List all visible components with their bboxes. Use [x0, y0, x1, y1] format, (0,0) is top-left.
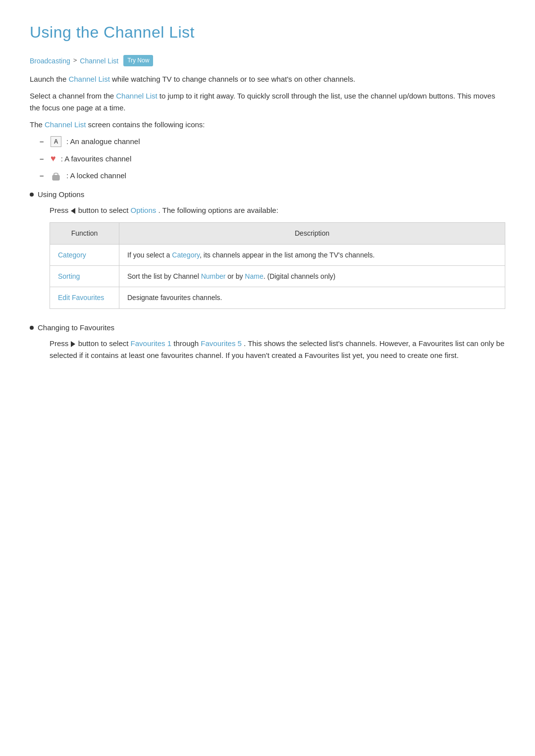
sorting-link[interactable]: Sorting: [58, 272, 80, 280]
icons-list: – A : An analogue channel – ♥ : A favour…: [40, 136, 505, 182]
table-row-category: Category If you select a Category, its c…: [50, 244, 505, 265]
table-row-edit-favourites: Edit Favourites Designate favourites cha…: [50, 287, 505, 308]
svg-rect-0: [53, 175, 59, 180]
fav-press: Press: [50, 339, 71, 348]
dash-1: –: [40, 136, 46, 148]
options-button-text: button to select: [78, 206, 131, 214]
table-cell-category-desc: If you select a Category, its channels a…: [119, 244, 505, 265]
icon-item-heart: – ♥ : A favourites channel: [40, 151, 505, 166]
bullet-item-favourites: Changing to Favourites Press button to s…: [30, 322, 505, 361]
number-link[interactable]: Number: [201, 272, 226, 280]
sorting-desc-middle: or by: [225, 272, 245, 280]
table-header-row: Function Description: [50, 223, 505, 244]
edit-favourites-link[interactable]: Edit Favourites: [58, 294, 104, 302]
sorting-desc-before: Sort the list by Channel: [127, 272, 201, 280]
category-desc-before: If you select a: [127, 251, 172, 259]
breadcrumb-channel-list[interactable]: Channel List: [80, 55, 118, 66]
breadcrumb-separator: >: [73, 55, 77, 66]
intro-paragraph-2: Select a channel from the Channel List t…: [30, 90, 505, 114]
options-description: Press button to select Options . The fol…: [50, 204, 505, 216]
table-cell-sorting-desc: Sort the list by Channel Number or by Na…: [119, 265, 505, 287]
category-desc-link[interactable]: Category: [172, 251, 200, 259]
options-table: Function Description Category If you sel…: [50, 222, 505, 309]
channel-list-link-1[interactable]: Channel List: [68, 75, 109, 83]
analogue-icon: A: [51, 136, 61, 147]
table-cell-sorting-label[interactable]: Sorting: [50, 265, 119, 287]
bullet-options-content: Using Options Press button to select Opt…: [38, 189, 505, 317]
intro2-before: Select a channel from the: [30, 92, 116, 100]
table-cell-edit-fav-desc: Designate favourites channels.: [119, 287, 505, 308]
breadcrumb: Broadcasting > Channel List Try Now: [30, 55, 505, 66]
table-row-sorting: Sorting Sort the list by Channel Number …: [50, 265, 505, 287]
table-header-function: Function: [50, 223, 119, 244]
intro-paragraph-3: The Channel List screen contains the fol…: [30, 119, 505, 131]
table-cell-category-label[interactable]: Category: [50, 244, 119, 265]
bullet-list: Using Options Press button to select Opt…: [30, 189, 505, 361]
heart-label: : A favourites channel: [61, 153, 132, 165]
options-end: . The following options are available:: [158, 206, 278, 214]
intro1-after: while watching TV to change channels or …: [110, 75, 355, 83]
channel-list-link-2[interactable]: Channel List: [116, 92, 157, 100]
intro3-before: The: [30, 120, 45, 129]
heart-icon: ♥: [51, 151, 56, 166]
lock-label: : A locked channel: [66, 170, 126, 182]
favourites-description: Press button to select Favourites 1 thro…: [50, 338, 505, 361]
breadcrumb-broadcasting[interactable]: Broadcasting: [30, 55, 70, 66]
channel-list-link-3[interactable]: Channel List: [45, 120, 86, 129]
intro1-before: Launch the: [30, 75, 68, 83]
options-press: Press: [50, 206, 71, 214]
edit-fav-desc: Designate favourites channels.: [127, 294, 222, 302]
bullet-favourites-content: Changing to Favourites Press button to s…: [38, 322, 505, 361]
right-arrow-icon: [71, 341, 75, 347]
name-link[interactable]: Name: [245, 272, 263, 280]
sorting-desc-after: . (Digital channels only): [264, 272, 336, 280]
icon-item-analogue: – A : An analogue channel: [40, 136, 505, 148]
bullet-dot-1: [30, 193, 34, 197]
intro3-after: screen contains the following icons:: [86, 120, 205, 129]
left-arrow-icon: [71, 208, 75, 214]
dash-3: –: [40, 170, 46, 182]
table-cell-edit-fav-label[interactable]: Edit Favourites: [50, 287, 119, 308]
intro-paragraph-1: Launch the Channel List while watching T…: [30, 73, 505, 85]
bullet-options-label: Using Options: [38, 190, 84, 199]
options-link[interactable]: Options: [131, 206, 157, 214]
page-title: Using the Channel List: [30, 20, 505, 45]
fav-through: through: [173, 339, 201, 348]
fav-button-text: button to select: [78, 339, 131, 348]
category-desc-after: , its channels appear in the list among …: [200, 251, 374, 259]
bullet-favourites-label: Changing to Favourites: [38, 323, 114, 332]
icon-item-lock: – : A locked channel: [40, 170, 505, 182]
lock-icon: [51, 170, 61, 181]
dash-2: –: [40, 153, 46, 165]
try-now-badge[interactable]: Try Now: [123, 55, 153, 66]
analogue-label: : An analogue channel: [66, 136, 140, 148]
favourites-1-link[interactable]: Favourites 1: [131, 339, 172, 348]
category-link[interactable]: Category: [58, 251, 86, 259]
favourites-5-link[interactable]: Favourites 5: [201, 339, 242, 348]
bullet-dot-2: [30, 326, 34, 330]
table-header-description: Description: [119, 223, 505, 244]
bullet-item-options: Using Options Press button to select Opt…: [30, 189, 505, 317]
